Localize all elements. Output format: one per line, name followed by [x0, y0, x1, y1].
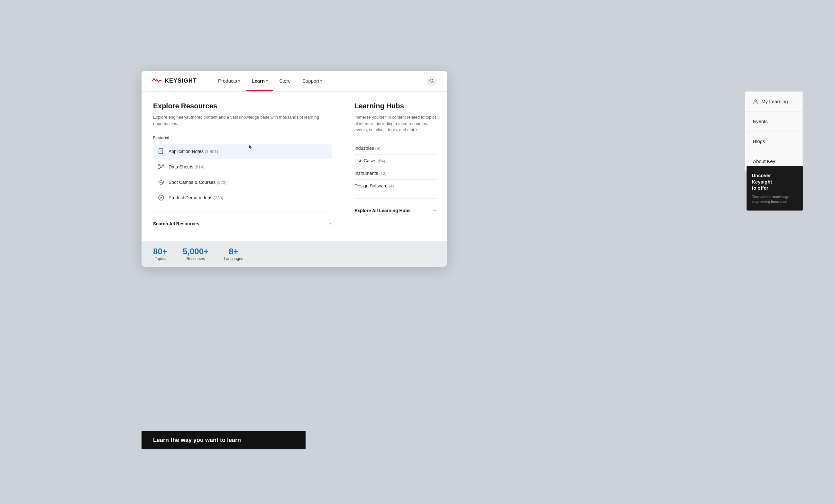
events-label: Events [753, 119, 768, 124]
svg-marker-15 [161, 197, 162, 198]
topics-label: Topics [155, 256, 166, 261]
svg-line-10 [160, 165, 161, 166]
products-label: Products [218, 78, 237, 84]
search-all-arrow-icon: → [327, 221, 332, 227]
languages-number: 8+ [229, 247, 238, 256]
resources-divider [153, 211, 332, 212]
navbar: KEYSIGHT Products ▾ Learn ▾ Store Suppor… [142, 71, 447, 91]
demo-videos-label: Product Demo Videos (238) [168, 195, 223, 200]
learn-chevron: ▾ [266, 79, 268, 83]
featured-label: Featured [153, 135, 332, 140]
svg-point-16 [755, 100, 756, 102]
right-sidebar: My Learning Events Blogs About Key [745, 91, 803, 172]
hub-item-industries[interactable]: Industries (9) [354, 142, 437, 154]
promo-title: UncoverKeysightto offer [752, 172, 798, 191]
blogs-label: Blogs [753, 139, 765, 144]
hub-item-use-cases[interactable]: Use Cases (64) [354, 154, 437, 167]
logo-area[interactable]: KEYSIGHT [152, 78, 197, 85]
nav-item-store[interactable]: Store [273, 71, 297, 91]
support-label: Support [302, 78, 320, 84]
sidebar-item-events[interactable]: Events [745, 111, 802, 131]
resources-number: 5,000+ [183, 247, 208, 256]
svg-line-12 [160, 167, 161, 168]
app-notes-label: Application Notes (1,801) [168, 149, 218, 154]
resources-label: Resources [187, 256, 205, 261]
stat-resources: 5,000+ Resources [183, 247, 208, 261]
learning-hubs-desc: Immerse yourself in content related to t… [354, 114, 437, 133]
explore-resources-desc: Explore engineer-authored content and a … [153, 114, 332, 127]
keysight-logo-icon [152, 78, 162, 85]
sidebar-item-my-learning[interactable]: My Learning [745, 91, 802, 111]
learn-bar-text: Learn the way you want to learn [153, 437, 241, 444]
svg-line-11 [162, 165, 163, 166]
browser-window: KEYSIGHT Products ▾ Learn ▾ Store Suppor… [142, 71, 447, 267]
stats-bar: 80+ Topics 5,000+ Resources 8+ Languages [142, 241, 447, 267]
dropdown-panel: Explore Resources Explore engineer-autho… [142, 91, 447, 241]
data-sheets-label: Data Sheets (814) [168, 164, 204, 169]
svg-point-8 [163, 164, 164, 166]
languages-label: Languages [224, 256, 243, 261]
learning-hubs-title: Learning Hubs [354, 102, 437, 110]
stat-languages: 8+ Languages [224, 247, 243, 261]
nav-item-products[interactable]: Products ▾ [212, 71, 246, 91]
learning-hubs-section: Learning Hubs Immerse yourself in conten… [344, 91, 447, 241]
nav-links: Products ▾ Learn ▾ Store Support ▾ [212, 71, 427, 91]
logo-text: KEYSIGHT [165, 78, 197, 84]
user-icon [753, 99, 758, 104]
hub-item-design-software[interactable]: Design Software (4) [354, 180, 437, 192]
page-wrapper: KEYSIGHT Products ▾ Learn ▾ Store Suppor… [0, 0, 835, 504]
products-chevron: ▾ [238, 79, 240, 83]
svg-line-1 [433, 82, 434, 83]
learn-label: Learn [251, 78, 265, 84]
boot-camps-label: Boot Camps & Courses (223) [168, 180, 227, 185]
promo-panel: UncoverKeysightto offer Discover the kno… [747, 166, 803, 211]
nav-search-button[interactable] [427, 76, 437, 86]
resource-item-data-sheets[interactable]: Data Sheets (814) [153, 160, 332, 174]
stat-topics: 80+ Topics [153, 247, 167, 261]
play-circle-icon [158, 194, 165, 201]
explore-hubs-arrow-icon: → [432, 208, 437, 213]
network-icon [158, 163, 165, 170]
support-chevron: ▾ [320, 79, 322, 83]
explore-resources-section: Explore Resources Explore engineer-autho… [142, 91, 344, 241]
explore-hubs-text: Explore All Learning Hubs [354, 208, 411, 213]
nav-item-support[interactable]: Support ▾ [297, 71, 328, 91]
search-all-resources-link[interactable]: Search All Resources → [153, 218, 332, 229]
search-icon [429, 79, 434, 84]
resource-item-boot-camps[interactable]: Boot Camps & Courses (223) [153, 175, 332, 190]
store-label: Store [279, 78, 291, 84]
hub-items-list: Industries (9) Use Cases (64) Instrument… [354, 142, 437, 192]
nav-item-learn[interactable]: Learn ▾ [246, 71, 273, 91]
document-icon [158, 148, 165, 155]
promo-desc: Discover the knowledge engineering innov… [752, 194, 798, 205]
my-learning-label: My Learning [761, 99, 788, 104]
graduation-icon [158, 179, 165, 186]
explore-resources-title: Explore Resources [153, 102, 332, 110]
svg-point-9 [158, 168, 160, 169]
learn-bar: Learn the way you want to learn [142, 431, 306, 449]
svg-point-7 [158, 164, 160, 166]
explore-all-hubs-link[interactable]: Explore All Learning Hubs → [354, 205, 437, 216]
about-key-label: About Key [753, 159, 775, 164]
sidebar-item-blogs[interactable]: Blogs [745, 131, 802, 151]
resource-item-demo-videos[interactable]: Product Demo Videos (238) [153, 190, 332, 205]
hub-item-instruments[interactable]: Instruments (12) [354, 167, 437, 180]
topics-number: 80+ [153, 247, 167, 256]
resource-item-app-notes[interactable]: Application Notes (1,801) [153, 144, 332, 159]
search-all-text: Search All Resources [153, 221, 199, 226]
